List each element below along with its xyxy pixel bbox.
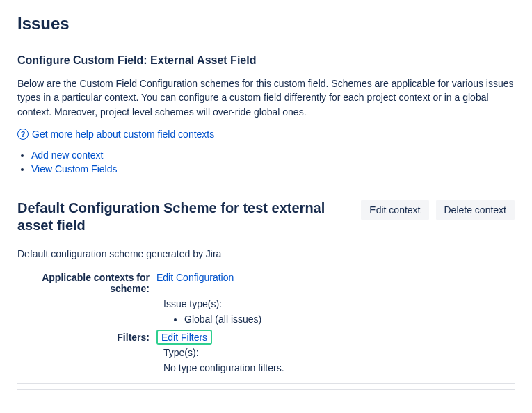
contexts-row: Applicable contexts for scheme: Edit Con… <box>17 272 515 294</box>
scheme-description: Default configuration scheme generated b… <box>17 248 515 259</box>
types-section: Type(s): No type configuration filters. <box>163 347 515 373</box>
issue-types-section: Issue type(s): Global (all issues) <box>163 298 515 325</box>
edit-context-button[interactable]: Edit context <box>361 200 428 220</box>
contexts-value: Edit Configuration <box>156 272 515 294</box>
no-filters-text: No type configuration filters. <box>163 362 515 373</box>
issue-types-label: Issue type(s): <box>163 298 515 309</box>
section-description: Below are the Custom Field Configuration… <box>17 76 515 119</box>
section-title: Configure Custom Field: External Asset F… <box>17 54 515 67</box>
help-icon: ? <box>17 129 29 140</box>
contexts-label: Applicable contexts for scheme: <box>17 272 156 294</box>
issue-types-list: Global (all issues) <box>163 314 515 325</box>
edit-configuration-link[interactable]: Edit Configuration <box>156 272 234 283</box>
scheme-header: Default Configuration Scheme for test ex… <box>17 200 515 234</box>
edit-filters-link[interactable]: Edit Filters <box>156 330 212 345</box>
list-item: Add new context <box>31 149 515 161</box>
filters-row: Filters: Edit Filters <box>17 332 515 343</box>
filters-value: Edit Filters <box>156 332 515 343</box>
separator <box>17 383 515 384</box>
scheme-title: Default Configuration Scheme for test ex… <box>17 200 351 234</box>
view-custom-fields-link[interactable]: View Custom Fields <box>31 163 117 175</box>
types-label: Type(s): <box>163 347 515 358</box>
add-context-link[interactable]: Add new context <box>31 149 104 161</box>
delete-context-button[interactable]: Delete context <box>436 200 515 220</box>
help-row: ? Get more help about custom field conte… <box>17 129 515 140</box>
action-list: Add new context View Custom Fields <box>17 149 515 175</box>
list-item: View Custom Fields <box>31 163 515 175</box>
help-link[interactable]: Get more help about custom field context… <box>32 129 214 140</box>
page-title: Issues <box>17 14 515 33</box>
filters-label: Filters: <box>17 332 156 343</box>
button-row: Edit context Delete context <box>361 200 515 220</box>
separator <box>17 389 515 390</box>
list-item: Global (all issues) <box>184 314 515 325</box>
